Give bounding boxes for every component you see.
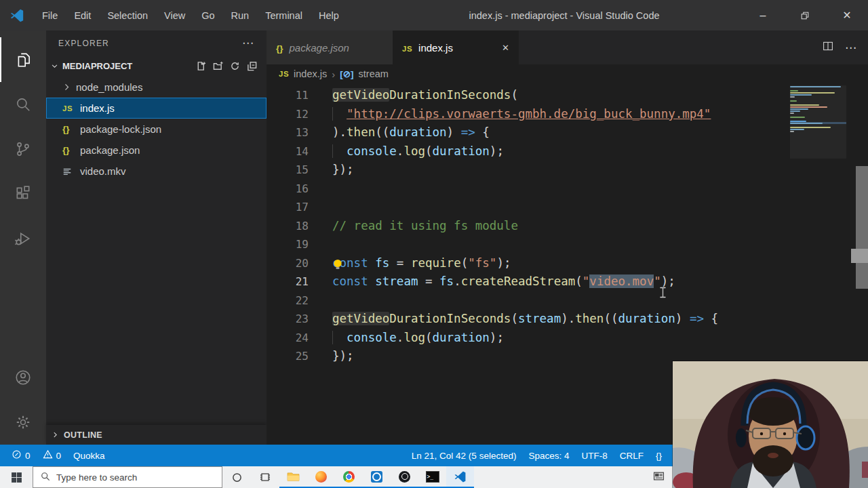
status-item[interactable]: UTF-8 (575, 445, 613, 466)
obs-taskbar-icon[interactable] (391, 466, 418, 488)
firefox-taskbar-icon[interactable] (307, 466, 335, 488)
code-text: console.log(duration); (332, 329, 504, 348)
code-line-16[interactable]: 16 (267, 180, 868, 199)
outline-section-header[interactable]: OUTLINE (46, 425, 267, 445)
menu-selection[interactable]: Selection (99, 0, 156, 30)
account-icon[interactable] (1, 355, 45, 400)
status-label: {} (656, 451, 662, 461)
line-number: 11 (267, 86, 309, 105)
refresh-icon[interactable] (230, 61, 240, 71)
status-label: 0 (25, 451, 31, 461)
source-control-icon[interactable] (1, 127, 45, 171)
code-line-13[interactable]: 13).then((duration) => { (267, 123, 868, 142)
sidebar-more-icon[interactable]: ⋯ (242, 36, 254, 50)
media-app-taskbar-icon[interactable] (363, 466, 391, 488)
window-title: index.js - mediaproject - Visual Studio … (469, 10, 659, 21)
file-item-package-lock.json[interactable]: {}package-lock.json (46, 119, 267, 140)
scrollbar-track[interactable] (856, 166, 868, 289)
chrome-taskbar-icon[interactable] (335, 466, 363, 488)
scrollbar-thumb[interactable] (851, 249, 868, 263)
explorer-icon[interactable] (0, 37, 46, 82)
code-line-22[interactable]: 22 (267, 291, 868, 310)
close-tab-icon[interactable]: ✕ (502, 43, 509, 53)
line-number: 22 (267, 291, 309, 310)
taskbar-search-box[interactable]: Type here to search (33, 466, 222, 488)
line-number: 24 (267, 329, 309, 348)
file-label: node_modules (76, 81, 142, 93)
vscode-window: FileEditSelectionViewGoRunTerminalHelp i… (0, 0, 868, 488)
code-line-21[interactable]: 21const stream = fs.createReadStream("vi… (267, 272, 868, 291)
menu-file[interactable]: File (34, 0, 66, 30)
command-prompt-taskbar-icon[interactable]: >_ (418, 466, 446, 488)
status-label: Ln 21, Col 42 (5 selected) (412, 451, 517, 461)
cortana-icon[interactable] (222, 466, 251, 488)
search-icon (41, 472, 50, 483)
file-explorer-taskbar-icon[interactable] (279, 466, 307, 488)
code-line-17[interactable]: 17 (267, 198, 868, 217)
code-line-15[interactable]: 15}); (267, 161, 868, 180)
status-item[interactable]: Ln 21, Col 42 (5 selected) (406, 445, 523, 466)
code-line-20[interactable]: 20const fs = require("fs"); (267, 254, 868, 273)
menu-go[interactable]: Go (193, 0, 222, 30)
code-line-12[interactable]: 12 "http://clips.vorwaerts-gmbh.de/big_b… (267, 105, 868, 124)
split-editor-icon[interactable] (822, 40, 834, 55)
js-file-icon: JS (402, 42, 412, 54)
extensions-icon[interactable] (1, 171, 45, 216)
file-item-index.js[interactable]: JSindex.js (46, 98, 267, 119)
status-label: 0 (56, 451, 62, 461)
file-item-node_modules[interactable]: node_modules (46, 77, 267, 98)
minimize-button[interactable]: – (742, 0, 784, 30)
lightbulb-icon[interactable] (332, 258, 344, 270)
menu-view[interactable]: View (156, 0, 193, 30)
run-debug-icon[interactable] (1, 216, 45, 261)
status-item[interactable]: CRLF (614, 445, 650, 466)
line-number: 12 (267, 105, 309, 124)
menu-edit[interactable]: Edit (66, 0, 99, 30)
minimap-slider[interactable] (790, 85, 846, 159)
breadcrumb-file[interactable]: index.js (294, 68, 327, 79)
code-line-24[interactable]: 24 console.log(duration); (267, 329, 868, 348)
new-folder-icon[interactable] (213, 61, 223, 71)
line-number: 16 (267, 180, 309, 199)
breadcrumb-symbol[interactable]: stream (359, 68, 389, 79)
code-text: // read it using fs module (332, 217, 518, 236)
json-file-icon: {} (276, 42, 283, 54)
restore-button[interactable] (784, 0, 826, 30)
outline-label: OUTLINE (64, 430, 102, 440)
code-text: const fs = require("fs"); (332, 254, 511, 273)
vscode-taskbar-icon[interactable] (446, 466, 474, 488)
menu-help[interactable]: Help (311, 0, 347, 30)
code-text: getVideoDurationInSeconds( (332, 86, 518, 105)
tab-package.json[interactable]: {}package.json (267, 30, 393, 64)
new-file-icon[interactable] (196, 61, 206, 71)
code-line-18[interactable]: 18// read it using fs module (267, 217, 868, 236)
close-button[interactable]: ✕ (826, 0, 868, 30)
status-problems[interactable]: 0 (5, 445, 37, 466)
news-widget-icon[interactable] (653, 470, 665, 485)
code-line-11[interactable]: 11getVideoDurationInSeconds( (267, 86, 868, 105)
status-item[interactable]: Spaces: 4 (522, 445, 575, 466)
start-button[interactable] (0, 466, 33, 488)
task-view-icon[interactable] (251, 466, 279, 488)
collapse-all-icon[interactable] (247, 61, 257, 71)
file-item-package.json[interactable]: {}package.json (46, 140, 267, 161)
code-text: console.log(duration); (332, 142, 504, 161)
editor-more-actions-icon[interactable]: ⋯ (845, 41, 857, 55)
file-tree: node_modulesJSindex.js{}package-lock.jso… (46, 77, 267, 182)
project-section-header[interactable]: MEDIAPROJECT (46, 56, 267, 77)
status-quokka[interactable]: Quokka (67, 445, 111, 466)
status-problems[interactable]: 0 (37, 445, 68, 466)
menu-run[interactable]: Run (223, 0, 258, 30)
line-number: 20 (267, 254, 309, 273)
menu-terminal[interactable]: Terminal (257, 0, 311, 30)
file-item-video.mkv[interactable]: video.mkv (46, 161, 267, 182)
status-item[interactable]: {} (650, 445, 668, 466)
search-icon[interactable] (1, 82, 45, 127)
tab-bar: {}package.jsonJSindex.js✕ ⋯ (267, 30, 868, 64)
code-line-23[interactable]: 23getVideoDurationInSeconds(stream).then… (267, 310, 868, 329)
code-line-19[interactable]: 19 (267, 235, 868, 254)
tab-index.js[interactable]: JSindex.js✕ (393, 30, 519, 64)
line-number: 13 (267, 123, 309, 142)
settings-icon[interactable] (1, 400, 45, 445)
code-line-14[interactable]: 14 console.log(duration); (267, 142, 868, 161)
